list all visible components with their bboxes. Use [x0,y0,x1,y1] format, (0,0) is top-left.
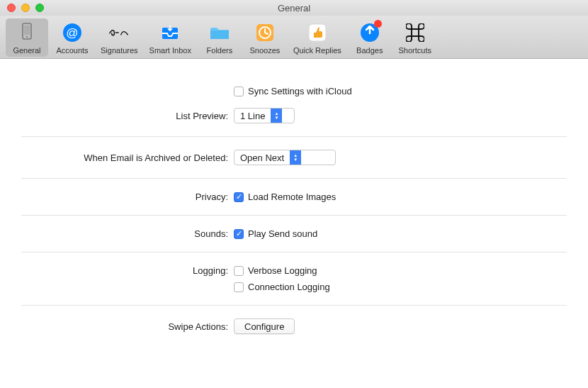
toolbar-label: Smart Inbox [149,46,191,55]
row-archive: When Email is Archived or Deleted: Open … [21,144,567,171]
toolbar-label: Quick Replies [293,46,341,55]
chevron-updown-icon: ▲▼ [271,109,282,123]
list-preview-select[interactable]: 1 Line ▲▼ [234,108,295,123]
notification-dot-icon [374,20,382,28]
toolbar-item-quick-replies[interactable]: Quick Replies [289,18,346,57]
toolbar-item-smart-inbox[interactable]: Smart Inbox [145,18,196,57]
row-connection-logging: Connection Logging [21,282,567,298]
toolbar-label: General [13,46,40,55]
play-send-label: Play Send sound [248,228,317,239]
sounds-label: Sounds: [21,228,234,239]
load-remote-checkbox[interactable]: ✓ [234,192,244,202]
toolbar-label: Accounts [56,46,88,55]
svg-rect-6 [210,31,229,39]
privacy-label: Privacy: [21,192,234,202]
sync-label: Sync Settings with iCloud [248,86,352,96]
toolbar-item-folders[interactable]: Folders [198,18,241,57]
divider [21,305,567,306]
toolbar-item-badges[interactable]: Badges [349,18,391,57]
titlebar: General [0,0,588,16]
swipe-label: Swipe Actions: [21,321,234,332]
divider [21,252,567,253]
preferences-toolbar: General @ Accounts Signatures Smart Inbo… [0,16,588,59]
archive-select[interactable]: Open Next ▲▼ [234,150,336,165]
at-sign-icon: @ [61,21,84,44]
row-sync: Sync Settings with iCloud [21,80,567,102]
badges-icon [358,21,381,44]
toolbar-label: Folders [207,46,233,55]
inbox-icon [159,21,181,44]
sync-checkbox[interactable] [234,87,244,96]
toolbar-item-snoozes[interactable]: Snoozes [244,18,286,57]
toolbar-label: Shortcuts [399,46,431,55]
clock-icon [254,21,276,44]
svg-rect-1 [24,26,30,35]
chevron-updown-icon: ▲▼ [290,150,301,165]
play-send-checkbox[interactable]: ✓ [234,229,244,239]
signature-icon [108,21,130,44]
window-title: General [0,3,588,13]
archive-label: When Email is Archived or Deleted: [21,153,234,163]
connection-label: Connection Logging [248,282,330,292]
load-remote-label: Load Remote Images [248,192,336,202]
settings-content: Sync Settings with iCloud List Preview: … [0,59,588,354]
toolbar-item-signatures[interactable]: Signatures [96,18,142,57]
select-value: Open Next [234,153,290,163]
toolbar-label: Snoozes [250,46,281,55]
connection-checkbox[interactable] [234,282,244,292]
svg-text:@: @ [66,26,78,40]
toolbar-item-accounts[interactable]: @ Accounts [51,18,94,57]
command-icon [404,21,426,44]
row-list-preview: List Preview: 1 Line ▲▼ [21,102,567,129]
thumbs-up-icon [306,21,329,44]
toolbar-label: Badges [356,46,383,55]
list-preview-label: List Preview: [21,111,234,121]
configure-button[interactable]: Configure [234,318,295,334]
toolbar-label: Signatures [101,46,138,55]
row-privacy: Privacy: ✓ Load Remote Images [21,186,567,208]
svg-point-2 [26,36,28,38]
logging-label: Logging: [21,265,234,276]
divider [21,178,567,179]
toolbar-item-shortcuts[interactable]: Shortcuts [394,18,436,57]
verbose-checkbox[interactable] [234,266,244,276]
verbose-label: Verbose Logging [248,265,317,276]
row-sounds: Sounds: ✓ Play Send sound [21,223,567,245]
select-value: 1 Line [234,111,271,121]
row-logging: Logging: Verbose Logging [21,260,567,282]
general-icon [16,21,38,44]
divider [21,136,567,137]
row-swipe: Swipe Actions: Configure [21,313,567,340]
folder-icon [208,21,231,44]
divider [21,215,567,216]
toolbar-item-general[interactable]: General [6,18,48,57]
